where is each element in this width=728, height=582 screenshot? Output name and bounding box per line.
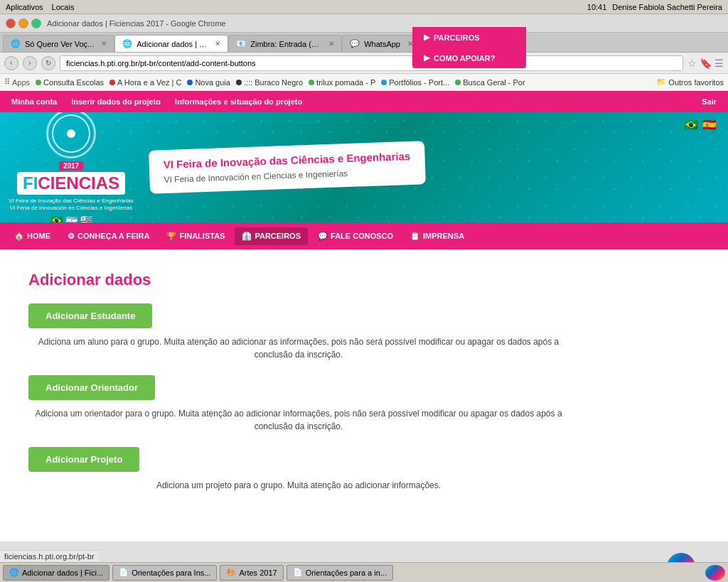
topnav-informacoes[interactable]: Informações e situação do projeto: [175, 97, 302, 106]
add-projeto-section: Adicionar Projeto Adiciona um projeto pa…: [28, 447, 700, 492]
home-icon: 🏠: [14, 232, 24, 241]
bookmark-3-icon: [236, 80, 242, 85]
tie-icon: 👔: [242, 232, 252, 241]
tab-2-close[interactable]: ✕: [328, 40, 334, 48]
topnav-minha-conta[interactable]: Minha conta: [11, 97, 57, 106]
website: Minha conta Inserir dados do projeto Inf…: [0, 91, 728, 582]
add-projeto-button[interactable]: Adicionar Projeto: [28, 447, 139, 472]
taskbar: 🌐 Adicionar dados | Fici... 📄 Orientaçõe…: [0, 562, 728, 582]
chat-icon: 💬: [318, 232, 328, 241]
add-student-description: Adiciona um aluno para o grupo. Muita at…: [28, 335, 569, 361]
os-user: Denise Fabiola Sachetti Pereira: [612, 3, 722, 11]
bookmark-1-icon: [109, 80, 115, 85]
nav-conheca[interactable]: ⚙ CONHEÇA A FEIRA: [60, 227, 156, 245]
star-icon[interactable]: ☆: [687, 58, 697, 69]
page-title: Adicionar dados: [28, 271, 700, 289]
pin-icon[interactable]: 🔖: [700, 58, 712, 69]
bookmark-4-icon: [309, 80, 314, 85]
bookmark-0-icon: [36, 80, 41, 85]
topnav-inserir-dados[interactable]: Inserir dados do projeto: [71, 97, 161, 106]
menu-icon[interactable]: ☰: [714, 58, 724, 69]
folder-icon: 📁: [656, 77, 666, 87]
press-icon: 📋: [410, 232, 420, 241]
tab-0[interactable]: 🌐 Só Quero Ver Voç... ✕: [3, 35, 114, 52]
banner: 2017 FICIENCIAS VI Feira de Inovação das…: [0, 112, 728, 222]
tabs-bar: 🌐 Só Quero Ver Voç... ✕ 🌐 Adicionar dado…: [0, 33, 728, 53]
address-bar: ‹ › ↻ ☆ 🔖 ☰: [0, 53, 728, 74]
bookmark-6[interactable]: Busca Geral - Por: [455, 78, 525, 87]
tab-3-label: WhatsApp: [364, 40, 400, 48]
tab-2-label: Zimbra: Entrada (15...: [250, 40, 321, 48]
minimize-button[interactable]: [18, 18, 28, 28]
tab-1-label: Adicionar dados | Fi...: [136, 40, 208, 48]
bookmark-5[interactable]: Portfólios - Port...: [381, 78, 449, 87]
bookmark-5-icon: [381, 80, 387, 85]
tab-2-favicon: 📧: [236, 39, 246, 48]
tab-0-favicon: 🌐: [11, 39, 21, 48]
apps-bookmark[interactable]: ⠿ Apps: [4, 77, 30, 87]
bookmarks-bar: ⠿ Apps Consulta Escolas A Hora e a Vez |…: [0, 74, 728, 91]
taskbar-0-icon: 🌐: [9, 568, 19, 577]
taskbar-1-icon: 📄: [119, 568, 129, 577]
topnav-sair[interactable]: Sair: [702, 97, 717, 106]
browser-title: Adicionar dados | Ficiencias 2017 - Goog…: [47, 19, 226, 28]
os-bar: Aplicativos Locais 10:41 Denise Fabiola …: [0, 0, 728, 14]
bookmark-4[interactable]: trilux pomada - P: [309, 78, 375, 87]
settings-icon: ⚙: [68, 232, 75, 241]
tab-0-label: Só Quero Ver Voç...: [25, 40, 94, 48]
taskbar-btn-1[interactable]: 📄 Orientações para Ins...: [112, 565, 217, 581]
add-orientador-section: Adicionar Orientador Adiciona um orienta…: [28, 375, 700, 433]
nav-imprensa[interactable]: 📋 IMPRENSA: [403, 227, 471, 245]
nav-finalistas[interactable]: 🏆 FINALISTAS: [159, 227, 232, 245]
banner-flags: 🇧🇷 🇪🇸: [684, 118, 717, 131]
bookmark-0[interactable]: Consulta Escolas: [36, 78, 104, 87]
window-controls: [6, 18, 41, 28]
forward-button[interactable]: ›: [23, 56, 37, 70]
nav-fale[interactable]: 💬 FALE CONOSCO: [311, 227, 400, 245]
os-bar-right: 10:41 Denise Fabiola Sachetti Pereira: [587, 3, 722, 11]
add-orientador-button[interactable]: Adicionar Orientador: [28, 375, 155, 400]
apps-menu[interactable]: Aplicativos: [6, 3, 43, 11]
reload-button[interactable]: ↻: [41, 56, 55, 70]
tab-3-favicon: 💬: [350, 39, 360, 48]
status-url: ficiencias.h.pti.org.br/pt-br: [0, 550, 99, 562]
apps-grid-icon: ⠿: [4, 77, 10, 87]
other-bookmarks[interactable]: 📁 Outros favoritos: [656, 77, 724, 87]
tab-1-favicon: 🌐: [122, 39, 132, 48]
add-orientador-description: Adiciona um orientador para o grupo. Mui…: [28, 407, 569, 433]
taskbar-btn-3[interactable]: 📄 Orientações para a in...: [287, 565, 393, 581]
taskbar-2-icon: 🎨: [226, 568, 236, 577]
nav-home[interactable]: 🏠 HOME: [7, 227, 58, 245]
bookmark-2[interactable]: Nova guia: [187, 78, 230, 87]
bookmark-2-icon: [187, 80, 193, 85]
nav-parceiros[interactable]: 👔 PARCEIROS: [235, 227, 308, 245]
tab-1[interactable]: 🌐 Adicionar dados | Fi... ✕: [114, 35, 228, 52]
tab-1-close[interactable]: ✕: [215, 40, 220, 48]
os-time: 10:41: [587, 3, 607, 11]
address-input[interactable]: [60, 55, 683, 71]
taskbar-chrome-icon: [705, 565, 725, 581]
back-button[interactable]: ‹: [4, 56, 18, 70]
bookmark-1[interactable]: A Hora e a Vez | C: [109, 78, 181, 87]
taskbar-btn-2[interactable]: 🎨 Artes 2017: [220, 565, 283, 581]
taskbar-btn-0[interactable]: 🌐 Adicionar dados | Fici...: [3, 565, 109, 581]
tab-2[interactable]: 📧 Zimbra: Entrada (15... ✕: [228, 35, 342, 52]
main-nav: 🏠 HOME ⚙ CONHEÇA A FEIRA 🏆 FINALISTAS 👔 …: [0, 222, 728, 249]
browser-title-bar: Adicionar dados | Ficiencias 2017 - Goog…: [0, 14, 728, 33]
tab-3[interactable]: 💬 WhatsApp ✕: [342, 35, 421, 52]
trophy-icon: 🏆: [166, 232, 176, 241]
os-bar-apps: Aplicativos Locais: [6, 3, 74, 11]
bookmark-6-icon: [455, 80, 461, 85]
add-student-section: Adicionar Estudante Adiciona um aluno pa…: [28, 303, 700, 361]
address-bar-icons: ☆ 🔖 ☰: [687, 58, 724, 69]
bookmark-3[interactable]: .::: Buraco Negro: [236, 78, 303, 87]
content-area: Adicionar dados Adicionar Estudante Adic…: [0, 249, 728, 527]
close-button[interactable]: [6, 18, 16, 28]
add-projeto-description: Adiciona um projeto para o grupo. Muita …: [28, 479, 569, 492]
site-topnav: Minha conta Inserir dados do projeto Inf…: [0, 91, 728, 112]
add-student-button[interactable]: Adicionar Estudante: [28, 303, 152, 328]
locais-menu[interactable]: Locais: [52, 3, 75, 11]
maximize-button[interactable]: [31, 18, 41, 28]
taskbar-3-icon: 📄: [293, 568, 303, 577]
tab-0-close[interactable]: ✕: [101, 40, 107, 48]
